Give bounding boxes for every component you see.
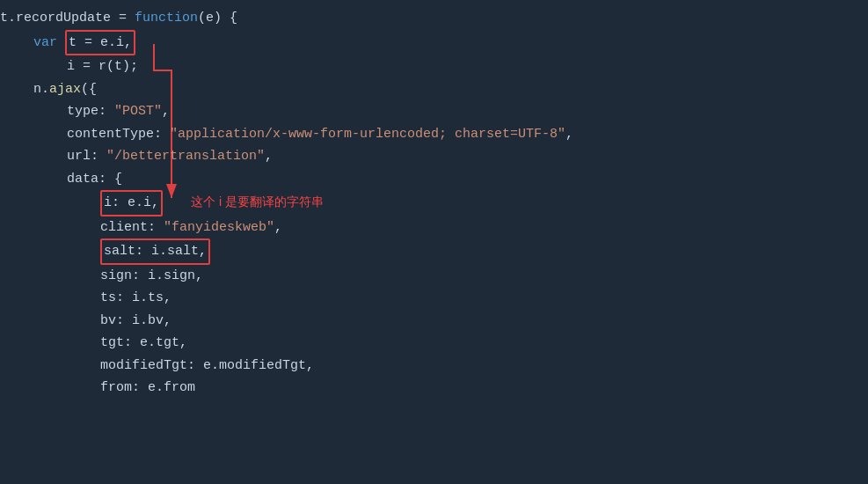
code-line-5: type: "POST", — [0, 100, 868, 123]
line3-text: i = r(t); — [67, 55, 138, 78]
line2-highlight: t = e.i, — [65, 30, 135, 56]
line13-prop: ts: i.ts, — [100, 287, 171, 310]
line14-prop: bv: i.bv, — [100, 310, 171, 333]
code-line-14: bv: i.bv, — [0, 310, 868, 333]
line9-annotation: 这个 i 是要翻译的字符串 — [191, 192, 324, 213]
code-line-6: contentType: "application/x-www-form-url… — [0, 123, 868, 146]
code-line-7: url: "/bettertranslation", — [0, 145, 868, 168]
line1-text: t.recordUpdate = function(e) { — [0, 7, 237, 30]
line10-prop: client: "fanyideskweb", — [100, 216, 282, 239]
code-line-11: salt: i.salt, — [0, 238, 868, 265]
code-line-17: from: e.from — [0, 377, 868, 400]
code-line-4: n.ajax({ — [0, 78, 868, 101]
code-line-13: ts: i.ts, — [0, 287, 868, 310]
code-line-12: sign: i.sign, — [0, 265, 868, 288]
code-line-15: tgt: e.tgt, — [0, 332, 868, 355]
line2-var: var — [33, 32, 65, 55]
code-line-16: modifiedTgt: e.modifiedTgt, — [0, 355, 868, 378]
line5-prop: type: "POST", — [67, 100, 170, 123]
line17-prop: from: e.from — [100, 377, 195, 400]
line4-text: n.ajax({ — [33, 78, 97, 101]
line11-highlight: salt: i.salt, — [100, 238, 210, 265]
code-line-10: client: "fanyideskweb", — [0, 216, 868, 239]
code-line-3: i = r(t); — [0, 55, 868, 78]
code-line-9: i: e.i, 这个 i 是要翻译的字符串 — [0, 190, 868, 216]
line15-prop: tgt: e.tgt, — [100, 332, 187, 355]
line12-prop: sign: i.sign, — [100, 265, 203, 288]
code-line-1: t.recordUpdate = function(e) { — [0, 7, 868, 30]
code-line-2: var t = e.i, — [0, 30, 868, 56]
line8-text: data: { — [67, 168, 122, 191]
line7-prop: url: "/bettertranslation", — [67, 145, 273, 168]
line6-prop: contentType: "application/x-www-form-url… — [67, 123, 573, 146]
code-container: t.recordUpdate = function(e) { var t = e… — [0, 0, 868, 407]
line16-prop: modifiedTgt: e.modifiedTgt, — [100, 355, 314, 378]
line9-highlight: i: e.i, — [100, 190, 163, 216]
code-line-8: data: { — [0, 168, 868, 191]
